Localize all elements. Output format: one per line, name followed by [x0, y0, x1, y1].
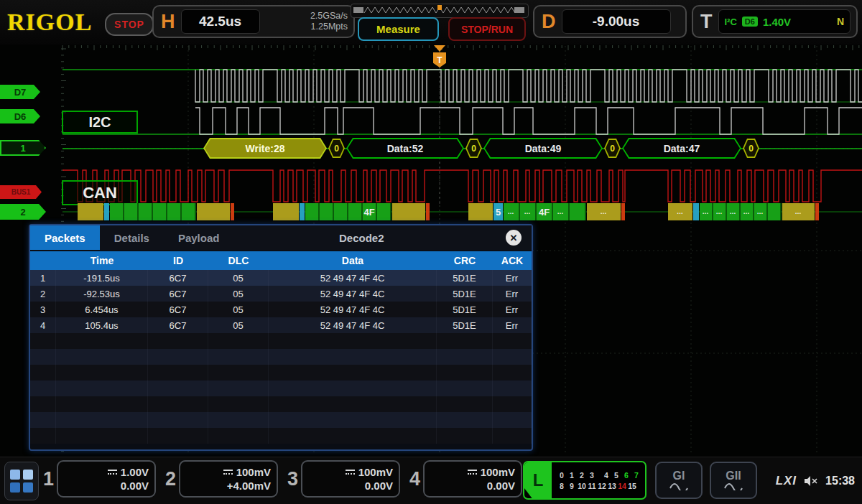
timebase-value: 42.5us: [181, 9, 260, 34]
can-segment-id: [468, 203, 493, 220]
can-segment-dat: [110, 203, 124, 220]
channel-tag-d6[interactable]: D6: [0, 109, 40, 123]
bus1-marker[interactable]: 1: [0, 140, 46, 156]
channel-readout: 1.00V 0.00V: [57, 460, 156, 498]
can-segment-crc: [197, 203, 230, 220]
table-cell: [269, 396, 437, 412]
channel-number: 3: [287, 468, 298, 490]
table-row[interactable]: 2-92.53us6C70552 49 47 4F 4C5D1EErr: [30, 286, 532, 302]
can-source-tag[interactable]: BUS1: [0, 185, 42, 199]
panel-tab-bar: Packets Details Payload Decode2 ✕: [30, 225, 532, 250]
i2c-segment-0: 0: [743, 139, 759, 158]
table-cell: Err: [493, 270, 532, 286]
trigger-mode: N: [837, 16, 844, 27]
can-segment-dat: [377, 203, 391, 220]
logic-digit: 14: [617, 482, 627, 490]
dc-coupling-icon: [108, 470, 117, 475]
bottom-status-bar: 1 1.00V 0.00V 2 100mV +4.00mV 3 100mV 0.…: [0, 457, 862, 504]
table-row[interactable]: 4105.4us6C70552 49 47 4F 4C5D1EErr: [30, 317, 532, 333]
gen2-button[interactable]: GII: [710, 462, 757, 499]
can-segment-dat: …: [741, 203, 754, 220]
can-segment-dat: …: [713, 203, 727, 220]
tab-packets[interactable]: Packets: [30, 225, 100, 250]
waveform-overview-strip[interactable]: [351, 4, 529, 18]
gen2-label: GII: [726, 470, 741, 482]
channel-offset: +4.00mV: [227, 479, 271, 493]
table-cell: [148, 349, 208, 365]
sample-rate: 2.5GSa/s: [310, 11, 348, 21]
status-cluster: LXI 15:38: [776, 457, 855, 504]
table-cell: 6C7: [148, 270, 208, 286]
can-segment-dat: [348, 203, 363, 220]
gen1-button[interactable]: GI: [655, 462, 703, 499]
channel-tag-d7[interactable]: D7: [0, 85, 40, 99]
measure-button[interactable]: Measure: [358, 17, 439, 41]
tab-details[interactable]: Details: [100, 225, 164, 250]
table-cell: [148, 396, 208, 412]
can-segment-dat: …: [700, 203, 713, 220]
stop-run-button[interactable]: STOP/RUN: [448, 17, 526, 41]
can-segment-id: …: [668, 203, 692, 220]
table-cell: [148, 365, 208, 381]
table-cell: [56, 396, 148, 412]
can-segment-crc: …: [782, 203, 815, 220]
channel-number: 4: [409, 468, 420, 490]
table-cell: 52 49 47 4F 4C: [269, 270, 437, 286]
table-cell: [493, 428, 532, 444]
trigger-position-icon[interactable]: [434, 45, 445, 52]
channel-1-widget[interactable]: 1 1.00V 0.00V: [43, 460, 156, 498]
can-segment-dat: [167, 203, 182, 220]
col-header-Time: Time: [56, 251, 148, 270]
can-segment-dat: [153, 203, 167, 220]
can-segment-dat: [124, 203, 139, 220]
close-icon[interactable]: ✕: [506, 230, 522, 246]
table-cell: 5D1E: [437, 270, 493, 286]
dc-coupling-icon: [223, 470, 233, 475]
i2c-segment-0: 0: [604, 139, 621, 158]
table-cell: -191.5us: [56, 270, 148, 286]
menu-grid-button[interactable]: [4, 462, 39, 500]
channel-scale: 100mV: [358, 465, 393, 479]
can-segment-dat: [320, 203, 334, 220]
table-row[interactable]: 1-191.5us6C70552 49 47 4F 4C5D1EErr: [30, 270, 532, 286]
table-cell: -92.53us: [56, 286, 148, 302]
table-row[interactable]: 36.454us6C70552 49 47 4F 4C5D1EErr: [30, 302, 532, 317]
trigger-source-badge: D6: [742, 17, 758, 27]
i2c-segment-0: 0: [465, 139, 482, 158]
bus2-marker[interactable]: 2: [0, 204, 46, 220]
can-segment-dat: [570, 203, 586, 220]
speaker-muted-icon[interactable]: [804, 475, 818, 487]
can-segment-dat: …: [553, 203, 570, 220]
logic-digit: 10: [577, 482, 587, 490]
can-segment-dat: [139, 203, 153, 220]
table-cell: [148, 412, 208, 428]
table-cell: [493, 333, 532, 349]
table-cell: [148, 333, 208, 349]
channel-scale: 100mV: [481, 465, 515, 479]
overview-trigger-marker: [437, 5, 442, 10]
table-row-empty: [30, 365, 532, 381]
delay-settings[interactable]: D -9.00us: [533, 5, 687, 38]
tab-payload[interactable]: Payload: [164, 225, 234, 250]
logic-digit: 9: [567, 482, 577, 490]
channel-3-widget[interactable]: 3 100mV 0.00V: [287, 460, 400, 498]
horizontal-settings[interactable]: H 42.5us 2.5GSa/s 1.25Mpts: [152, 5, 355, 38]
can-segment-dat: [334, 203, 348, 220]
channel-2-widget[interactable]: 2 100mV +4.00mV: [165, 460, 278, 498]
table-cell: 52 49 47 4F 4C: [269, 302, 437, 317]
table-cell: [56, 381, 148, 396]
channel-4-widget[interactable]: 4 100mV 0.00V: [409, 460, 522, 498]
can-segment-sof: [300, 203, 305, 220]
table-cell: [208, 412, 269, 428]
can-segment-dat: …: [727, 203, 741, 220]
table-cell: [56, 365, 148, 381]
trigger-settings[interactable]: T I²C D6 1.40V N: [692, 5, 858, 38]
table-cell: [148, 428, 208, 444]
table-cell: 6.454us: [56, 302, 148, 317]
logic-digit: 6: [621, 471, 631, 480]
logic-channels-button[interactable]: L 01234567 89101112131415: [523, 461, 646, 500]
can-segment-err: [426, 203, 430, 220]
gen1-label: GI: [673, 470, 685, 482]
col-header-DLC: DLC: [208, 251, 269, 270]
table-cell: [30, 412, 56, 428]
